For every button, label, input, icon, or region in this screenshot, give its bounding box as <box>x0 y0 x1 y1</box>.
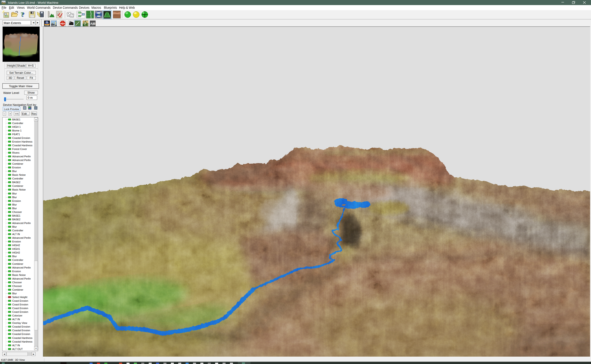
svg-text:?: ? <box>84 21 86 26</box>
svg-text:A|B: A|B <box>90 22 95 25</box>
svg-text:Reset: Reset <box>60 23 65 25</box>
svg-text:Orbit: Orbit <box>45 24 49 26</box>
svg-text:Free: Free <box>52 24 55 26</box>
svg-text:?: ? <box>20 11 24 18</box>
